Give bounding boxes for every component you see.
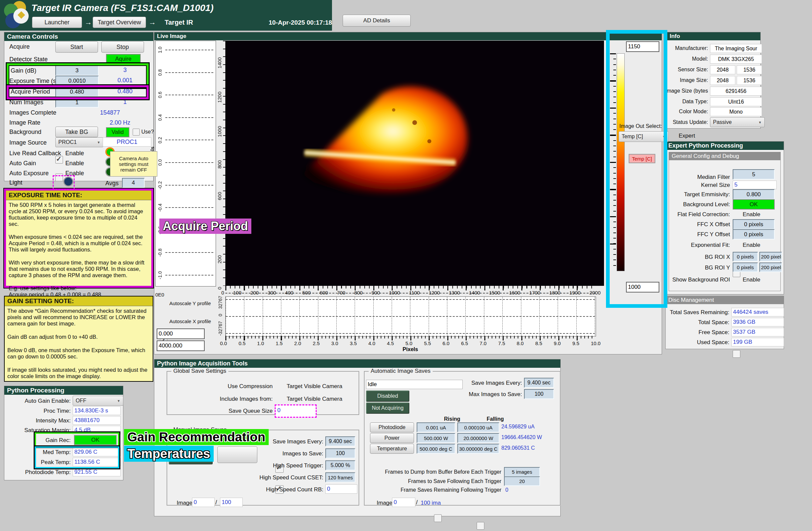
auto-gain-enable-checkbox[interactable] bbox=[55, 174, 63, 181]
images-to-save-input[interactable]: 100 bbox=[325, 448, 355, 458]
color-mode-label: Color Mode: bbox=[669, 108, 708, 115]
tick-label: 1000 bbox=[389, 290, 400, 296]
max-images-input[interactable]: 100 bbox=[524, 389, 554, 399]
power-setpoint-input[interactable]: 500.000 W bbox=[417, 433, 455, 443]
temperature-button[interactable]: Temperature bbox=[370, 444, 414, 454]
bg-roi-y-start-input[interactable]: 0 pixels bbox=[733, 263, 758, 272]
ffc-x-offset-input[interactable]: 0 pixels bbox=[733, 219, 775, 230]
gain-label: Gain (dB) bbox=[11, 67, 36, 74]
acquisition-tools-header: Python Image Acquisition Tools bbox=[154, 359, 560, 368]
image-source-selected: PROC1 bbox=[58, 139, 77, 145]
tick-label: 0.2 bbox=[157, 137, 163, 143]
power-deadband-input[interactable]: 20.000000 W bbox=[457, 433, 499, 443]
launcher-button[interactable]: Launcher bbox=[32, 17, 82, 28]
sensor-width-value: 2048 bbox=[710, 65, 735, 74]
auto-save-every-label: Save Images Every: bbox=[423, 380, 522, 386]
ffc-y-offset-input[interactable]: 0 pixels bbox=[733, 229, 775, 239]
live-read-enable-checkbox[interactable] bbox=[55, 156, 63, 164]
auto-disabled-button[interactable]: Disabled bbox=[366, 390, 409, 402]
note-paragraph: Below 0 dB, one must shorten the Exposur… bbox=[7, 347, 150, 360]
image-height-value: 1536 bbox=[737, 76, 762, 85]
image-out-select-label: Image Out Select: bbox=[619, 123, 662, 129]
tick-label: 1400 bbox=[469, 290, 480, 296]
median-filter-input[interactable]: 5 bbox=[733, 169, 775, 179]
acquire-period-input[interactable]: 0.480 bbox=[55, 87, 99, 97]
light-status-led bbox=[63, 177, 73, 187]
tick-label: 0 bbox=[218, 314, 223, 316]
image-source-dropdown[interactable]: PROC1 bbox=[55, 137, 103, 147]
note-paragraph: E.g. use settings like below: bbox=[9, 285, 149, 292]
frames-save-input[interactable]: 20 bbox=[504, 476, 540, 486]
tick-label: 9.5 bbox=[572, 340, 579, 346]
bg-use-checkbox[interactable] bbox=[133, 129, 140, 136]
bg-roi-x-start-input[interactable]: 0 pixels bbox=[733, 252, 758, 262]
manual-image-count: 0 bbox=[192, 498, 215, 507]
start-button[interactable]: Start bbox=[55, 41, 98, 53]
auto-save-every-input[interactable]: 9.400 sec bbox=[524, 378, 554, 388]
include-images-camera-label: Target Visible Camera bbox=[287, 396, 342, 402]
tick-label: 500 bbox=[302, 290, 311, 296]
colorbar-min-input[interactable]: 1000 bbox=[626, 282, 659, 293]
background-level-label: Background Level: bbox=[671, 201, 730, 208]
total-space-label: Total Space: bbox=[667, 319, 729, 326]
data-type-value: UInt16 bbox=[710, 97, 762, 106]
colorbar-max-input[interactable]: 1150 bbox=[626, 41, 659, 52]
scale-max-input[interactable]: 4000.000 bbox=[157, 340, 205, 351]
take-bg-button[interactable]: Take BG bbox=[55, 127, 98, 137]
status-update-selected: Passive bbox=[713, 119, 732, 125]
hs-trigger-input[interactable]: 5.000 % bbox=[325, 460, 355, 470]
frames-save-label: Frames to Save Following Each Trigger bbox=[368, 478, 501, 484]
frames-dump-input[interactable]: 5 images bbox=[504, 467, 540, 477]
note-paragraph: When exposure times < 0.024 sec are requ… bbox=[9, 234, 149, 253]
med-temp-value: 829.06 C bbox=[73, 448, 121, 456]
y-profile-gridline-row: 0.6 bbox=[157, 93, 213, 97]
power-button[interactable]: Power bbox=[370, 433, 414, 443]
tick-label: 5.5 bbox=[424, 340, 431, 346]
target-emmisivity-input[interactable]: 0.800 bbox=[733, 189, 775, 200]
temperature-setpoint-input[interactable]: 500.000 deg C bbox=[417, 444, 455, 454]
stop-button[interactable]: Stop bbox=[101, 41, 144, 53]
tick-label: 2.0 bbox=[294, 340, 301, 346]
tick-label: 10.0 bbox=[591, 340, 601, 346]
auto-gain-enable-dropdown[interactable]: OFF bbox=[73, 396, 123, 406]
tick-label: 5.0 bbox=[405, 340, 412, 346]
intensity-max-value: 43881670 bbox=[73, 416, 121, 425]
status-update-dropdown[interactable]: Passive bbox=[710, 117, 765, 127]
hs-count-cset-input[interactable]: 120 frames bbox=[325, 472, 355, 482]
gain-input[interactable]: 3 bbox=[55, 65, 99, 76]
tick-label: 8.5 bbox=[535, 340, 542, 346]
gridline bbox=[165, 185, 213, 186]
tick-label: 300 bbox=[268, 290, 276, 296]
show-bg-roi-checkbox[interactable] bbox=[733, 350, 740, 358]
exposure-time-input[interactable]: 0.0010 bbox=[55, 76, 99, 86]
bg-roi-x-size-input[interactable]: 200 pixels bbox=[759, 252, 782, 262]
nav-arrow-icon: → bbox=[85, 18, 92, 27]
y-profile-gridline-row: -0.8 bbox=[157, 250, 213, 255]
auto-not-acquiring-button[interactable]: Not Acquiring bbox=[366, 402, 409, 414]
y-profile-gridline-row: 0.4 bbox=[157, 115, 213, 120]
scale-min-input[interactable]: 0.000 bbox=[157, 328, 205, 339]
use-compression-label: Use Compression bbox=[173, 383, 273, 390]
photodiode-deadband-input[interactable]: 0.000100 uA bbox=[457, 423, 499, 432]
auto-exposure-label: Auto Exposure bbox=[9, 170, 49, 177]
falling-checkbox[interactable] bbox=[477, 522, 484, 530]
images-complete-value: 154877 bbox=[87, 109, 133, 116]
avgs-input[interactable]: 4 bbox=[122, 178, 145, 188]
image-out-select-dropdown[interactable]: Temp [C] bbox=[619, 131, 669, 142]
live-camera-image[interactable] bbox=[225, 41, 604, 286]
app-window: Target IR Camera (FS_F1S1:CAM_D1001) Lau… bbox=[0, 0, 812, 531]
gridline bbox=[165, 252, 213, 253]
photodiode-setpoint-input[interactable]: 0.001 uA bbox=[417, 423, 455, 432]
photodiode-button[interactable]: Photodiode bbox=[370, 423, 414, 432]
num-images-input[interactable]: 1 bbox=[55, 97, 99, 108]
target-overview-button[interactable]: Target Overview bbox=[93, 17, 146, 28]
rising-checkbox[interactable] bbox=[434, 514, 442, 522]
bg-roi-y-size-input[interactable]: 200 pixels bbox=[759, 263, 782, 272]
tick-label: 1900 bbox=[569, 290, 580, 296]
ad-details-button[interactable]: AD Details bbox=[343, 15, 411, 27]
temperature-readback: 829.060531 C bbox=[501, 445, 535, 451]
temperature-deadband-input[interactable]: 30.000000 deg C bbox=[457, 444, 499, 454]
manual-save-every-input[interactable]: 9.400 sec bbox=[325, 437, 355, 446]
tick-label: 4.5 bbox=[387, 340, 394, 346]
save-queue-highlight-box bbox=[275, 404, 317, 418]
